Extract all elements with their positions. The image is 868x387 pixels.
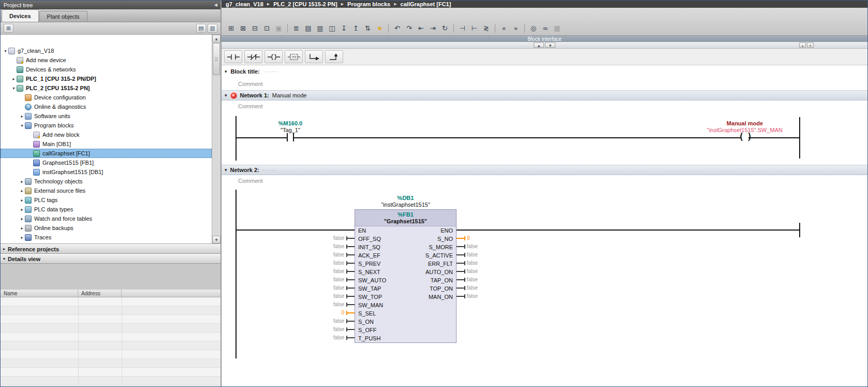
pin-value-auto-on[interactable]: false (467, 268, 503, 275)
maximize-overview-icon[interactable]: ▤ (196, 24, 206, 33)
expander-closed-icon[interactable]: ▸ (11, 77, 17, 81)
tree-item-external-source-files[interactable]: ▸External source files (1, 186, 212, 195)
expander-closed-icon[interactable]: ▸ (19, 114, 25, 119)
details-view-header[interactable]: ▾ Details view (1, 254, 220, 264)
pin-value-man-on[interactable]: false (467, 293, 503, 300)
delete-network-icon[interactable]: ⊠ (238, 23, 248, 34)
network-2-header[interactable]: ▾ Network 2: ····· (222, 165, 867, 175)
tree-item-technology-objects[interactable]: ▸Technology objects (1, 177, 212, 186)
jump-to-caller-icon[interactable]: « (498, 23, 509, 34)
no-contact[interactable] (283, 132, 298, 144)
open-in-new-editor-icon[interactable]: ▥ (208, 24, 217, 33)
pin-value-s-prev[interactable]: false (308, 260, 344, 267)
block-comment[interactable]: Comment (222, 78, 867, 90)
pin-value-sw-auto[interactable]: false (308, 276, 344, 283)
pin-value-s-next[interactable]: false (308, 268, 344, 275)
block-title-row[interactable]: ▾ Block title: ····· (222, 65, 867, 78)
network-1-title[interactable]: Manual mode (272, 92, 307, 98)
go-to-previous-position-icon[interactable]: ↶ (392, 23, 403, 34)
expander-closed-icon[interactable]: ▸ (19, 198, 25, 203)
expander-closed-icon[interactable]: ▸ (19, 217, 25, 221)
coil-button[interactable] (264, 50, 283, 63)
breadcrumb-program-blocks[interactable]: Program blocks (347, 1, 390, 7)
close-all-networks-icon[interactable]: ↥ (350, 23, 361, 34)
pin-value-ack-ef[interactable]: false (308, 251, 344, 259)
collapse-panel-icon[interactable]: ◀ (214, 3, 217, 7)
interface-scroll-up-button[interactable]: ▴ (799, 42, 806, 48)
monitoring-toggle-icon[interactable]: ∞ (540, 23, 551, 34)
expander-open-icon[interactable]: ▾ (19, 123, 25, 128)
fb-call-block[interactable]: %FB1"Graphset1515"ENOFF_SQINIT_SQACK_EFS… (355, 209, 457, 343)
tree-item-add-new-device[interactable]: Add new device (1, 55, 212, 65)
tab-plant-objects[interactable]: Plant objects (39, 11, 87, 22)
pin-value-s-on[interactable]: false (308, 318, 344, 325)
negate-operand-icon[interactable]: ⊣ (457, 23, 468, 34)
output-coil[interactable] (737, 132, 754, 144)
tree-item-online-backups[interactable]: ▸Online backups (1, 223, 212, 233)
tree-item-callgraphset-fc1[interactable]: callGraphset [FC1] (1, 149, 212, 158)
pin-value-t-push[interactable]: false (308, 334, 344, 341)
collapse-interface-button[interactable]: ▼ (545, 42, 555, 48)
pin-value-s-active[interactable]: false (467, 251, 503, 259)
expander-open-icon[interactable]: ▾ (3, 49, 8, 53)
tree-item-device-configuration[interactable]: Device configuration (1, 93, 212, 102)
scroll-down-icon[interactable]: ▼ (212, 236, 220, 243)
interface-splitter[interactable]: ▲ ▼ ▴ ▾ (222, 42, 867, 49)
expander-closed-icon[interactable]: ▸ (19, 226, 25, 231)
tree-item-online-diagnostics[interactable]: Online & diagnostics (1, 102, 212, 111)
breadcrumb-plc-2-cpu-1515-2-pn[interactable]: PLC_2 [CPU 1515-2 PN] (273, 1, 337, 7)
pin-value-err-flt[interactable]: false (467, 260, 503, 267)
compare-values-icon[interactable]: ≷ (481, 23, 492, 34)
reset-start-values-icon[interactable]: ▣ (273, 23, 284, 34)
tree-item-clipped[interactable]: ▸ (1, 242, 212, 243)
call-environment-icon[interactable]: ▦ (552, 23, 563, 34)
open-all-networks-icon[interactable]: ↧ (339, 23, 349, 34)
scrollbar-thumb[interactable] (213, 43, 220, 75)
expander-closed-icon[interactable]: ▸ (19, 207, 25, 212)
column-header-name[interactable]: Name (1, 290, 78, 297)
pin-value-tap-on[interactable]: false (467, 276, 503, 283)
tree-item-software-units[interactable]: ▸Software units (1, 111, 212, 121)
tree-item-g7-clean-v18[interactable]: ▾g7_clean_V18 (1, 46, 212, 55)
close-branch-button[interactable] (325, 50, 343, 63)
pin-value-s-off[interactable]: false (308, 326, 344, 333)
network-1-comment[interactable]: Comment (222, 101, 867, 112)
tree-item-devices-networks[interactable]: Devices & networks (1, 65, 212, 74)
tree-filter-icon[interactable]: ⊞ (4, 24, 13, 33)
cross-references-icon[interactable]: ◎ (528, 23, 539, 34)
breadcrumb-callgraphset-fc1[interactable]: callGraphset [FC1] (401, 1, 451, 7)
pin-value-top-on[interactable]: false (467, 284, 503, 292)
pin-value-sw-man[interactable]: false (308, 301, 344, 308)
contact-closed-button[interactable] (244, 50, 262, 63)
interface-scroll-down-button[interactable]: ▾ (807, 42, 814, 48)
tree-item-watch-and-force-tables[interactable]: ▸Watch and force tables (1, 214, 212, 223)
block-interface-bar[interactable]: Block interface (222, 36, 867, 42)
tree-item-add-new-block[interactable]: Add new block (1, 130, 212, 139)
tree-item-main-ob1[interactable]: Main [OB1] (1, 139, 212, 149)
network-2-comment[interactable]: Comment (222, 175, 867, 187)
network-comments-toggle-icon[interactable]: ◫ (327, 23, 337, 34)
go-to-next-position-icon[interactable]: ↷ (404, 23, 415, 34)
tab-devices[interactable]: Devices (2, 9, 39, 22)
tree-item-plc-2-cpu-1515-2-pn[interactable]: ▾PLC_2 [CPU 1515-2 PN] (1, 83, 212, 93)
pin-value-s-sel[interactable]: 0 (308, 309, 344, 317)
expander-closed-icon[interactable]: ▸ (19, 179, 25, 184)
tree-scrollbar[interactable]: ▲ ▼ (212, 35, 220, 243)
insert-network-icon[interactable]: ⊞ (226, 23, 237, 34)
collapse-block-title-icon[interactable]: ▾ (225, 69, 227, 74)
pin-value-sw-top[interactable]: false (308, 293, 344, 300)
pin-value-s-no[interactable]: 0 (467, 235, 503, 242)
expander-open-icon[interactable]: ▾ (11, 86, 17, 91)
show-address-info-icon[interactable]: ▥ (315, 23, 326, 34)
open-branch-button[interactable] (305, 50, 323, 63)
db-address[interactable]: %DB1 (398, 195, 414, 201)
tree-item-traces[interactable]: ▸Traces (1, 233, 212, 242)
network-2-title[interactable]: ····· (262, 167, 277, 173)
tree-item-instgraphset1515-db1[interactable]: instGraphset1515 [DB1] (1, 167, 212, 177)
tree-item-plc-1-cpu-315-2-pn-dp[interactable]: ▸PLC_1 [CPU 315-2 PN/DP] (1, 74, 212, 83)
show-operand-info-icon[interactable]: ▤ (303, 23, 314, 34)
immediate-operand-icon[interactable]: ⊢ (469, 23, 480, 34)
breadcrumb-g7-clean-v18[interactable]: g7_clean_V18 (226, 1, 263, 7)
scroll-up-icon[interactable]: ▲ (212, 35, 220, 42)
expand-collapse-networks-icon[interactable]: ⇅ (362, 23, 373, 34)
